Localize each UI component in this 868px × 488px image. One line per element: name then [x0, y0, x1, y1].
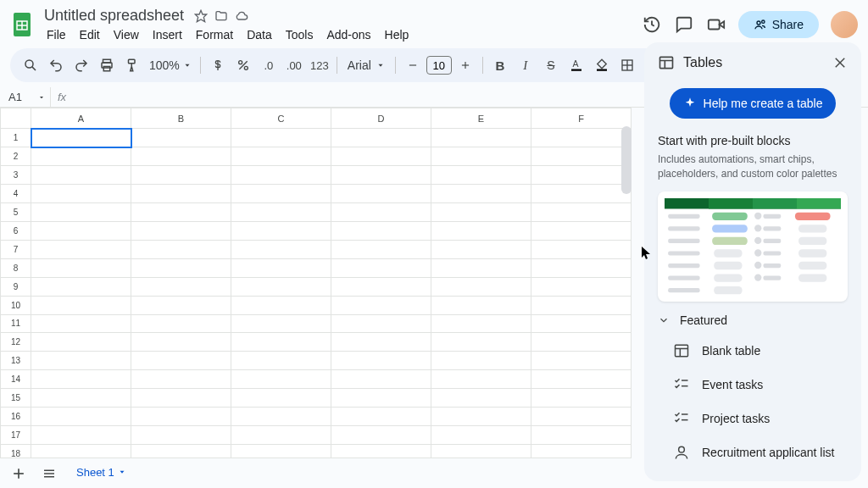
format-number-icon[interactable]: 123 — [308, 53, 331, 77]
cell[interactable] — [131, 202, 231, 221]
cell[interactable] — [131, 370, 231, 389]
row-header[interactable]: 17 — [1, 426, 31, 445]
font-size-decrease-icon[interactable] — [401, 53, 425, 77]
cell[interactable] — [131, 333, 231, 352]
menu-view[interactable]: View — [108, 26, 145, 43]
cell[interactable] — [231, 184, 331, 202]
cell[interactable] — [531, 408, 632, 426]
cell[interactable] — [31, 296, 131, 314]
cell[interactable] — [331, 333, 431, 352]
history-icon[interactable] — [642, 14, 662, 35]
undo-icon[interactable] — [44, 53, 68, 77]
spreadsheet-grid[interactable]: A B C D E F 1 2 3 4 5 6 7 8 9 10 11 12 1… — [0, 108, 632, 482]
row-header[interactable]: 5 — [1, 202, 31, 221]
menu-data[interactable]: Data — [241, 26, 278, 43]
template-blank-table[interactable]: Blank table — [658, 334, 848, 368]
cell[interactable] — [231, 166, 331, 185]
column-header[interactable]: A — [31, 108, 131, 129]
cell[interactable] — [31, 277, 131, 296]
cell[interactable] — [131, 258, 231, 277]
strikethrough-icon[interactable]: S — [539, 53, 563, 77]
cell[interactable] — [431, 370, 531, 389]
menu-addons[interactable]: Add-ons — [320, 26, 376, 43]
cell[interactable] — [431, 166, 531, 185]
row-header[interactable]: 9 — [1, 277, 31, 296]
cell[interactable] — [131, 314, 231, 333]
cell[interactable] — [431, 426, 531, 445]
sheets-logo-icon[interactable] — [10, 9, 34, 40]
cell[interactable] — [231, 352, 331, 370]
cell[interactable] — [231, 296, 331, 314]
cell[interactable] — [331, 408, 431, 426]
cell[interactable] — [331, 258, 431, 277]
row-header[interactable]: 10 — [1, 296, 31, 314]
cell[interactable] — [431, 333, 531, 352]
cell[interactable] — [231, 147, 331, 166]
cell[interactable] — [131, 352, 231, 370]
cell[interactable] — [331, 314, 431, 333]
cell[interactable] — [31, 389, 131, 408]
sheet-tab[interactable]: Sheet 1 — [68, 461, 135, 486]
meet-icon[interactable] — [706, 14, 726, 35]
cell[interactable] — [531, 352, 632, 370]
cell[interactable] — [31, 129, 131, 147]
featured-section-toggle[interactable]: Featured — [658, 313, 848, 327]
cell[interactable] — [431, 184, 531, 202]
star-icon[interactable] — [192, 8, 209, 25]
all-sheets-icon[interactable] — [37, 462, 61, 485]
cell[interactable] — [131, 296, 231, 314]
comment-icon[interactable] — [674, 14, 694, 35]
cell[interactable] — [431, 129, 531, 147]
cell[interactable] — [331, 147, 431, 166]
font-size-input[interactable] — [426, 56, 452, 75]
cell[interactable] — [331, 352, 431, 370]
cell[interactable] — [231, 389, 331, 408]
cell[interactable] — [431, 352, 531, 370]
cell[interactable] — [231, 221, 331, 240]
cell[interactable] — [131, 408, 231, 426]
cell[interactable] — [31, 352, 131, 370]
row-header[interactable]: 6 — [1, 221, 31, 240]
cell[interactable] — [531, 166, 632, 185]
cell[interactable] — [331, 370, 431, 389]
cell[interactable] — [231, 277, 331, 296]
cell[interactable] — [31, 408, 131, 426]
cell[interactable] — [131, 129, 231, 147]
cell[interactable] — [531, 314, 632, 333]
cell[interactable] — [431, 221, 531, 240]
move-folder-icon[interactable] — [213, 8, 230, 25]
template-recruitment-list[interactable]: Recruitment applicant list — [658, 435, 848, 469]
text-color-icon[interactable]: A — [565, 53, 588, 77]
select-all-corner[interactable] — [1, 108, 31, 129]
cell[interactable] — [531, 184, 632, 202]
row-header[interactable]: 8 — [1, 258, 31, 277]
row-header[interactable]: 12 — [1, 333, 31, 352]
cell[interactable] — [431, 240, 531, 258]
cell[interactable] — [531, 333, 632, 352]
cell[interactable] — [531, 202, 632, 221]
cell[interactable] — [531, 296, 632, 314]
cell[interactable] — [531, 370, 632, 389]
template-event-tasks[interactable]: Event tasks — [658, 368, 848, 402]
cell[interactable] — [231, 426, 331, 445]
cell[interactable] — [431, 202, 531, 221]
cell[interactable] — [131, 166, 231, 185]
cell[interactable] — [231, 129, 331, 147]
row-header[interactable]: 16 — [1, 408, 31, 426]
menu-insert[interactable]: Insert — [147, 26, 188, 43]
column-header[interactable]: E — [431, 108, 531, 129]
borders-icon[interactable] — [615, 53, 639, 77]
row-header[interactable]: 3 — [1, 166, 31, 185]
cell[interactable] — [231, 202, 331, 221]
column-header[interactable]: F — [531, 108, 632, 129]
cell[interactable] — [131, 221, 231, 240]
name-box[interactable]: A1 — [0, 87, 51, 107]
menu-file[interactable]: File — [41, 26, 72, 43]
row-header[interactable]: 4 — [1, 184, 31, 202]
cell[interactable] — [331, 202, 431, 221]
cell[interactable] — [531, 426, 632, 445]
cell[interactable] — [531, 147, 632, 166]
italic-icon[interactable]: I — [514, 53, 537, 77]
cell[interactable] — [131, 240, 231, 258]
cell[interactable] — [431, 296, 531, 314]
